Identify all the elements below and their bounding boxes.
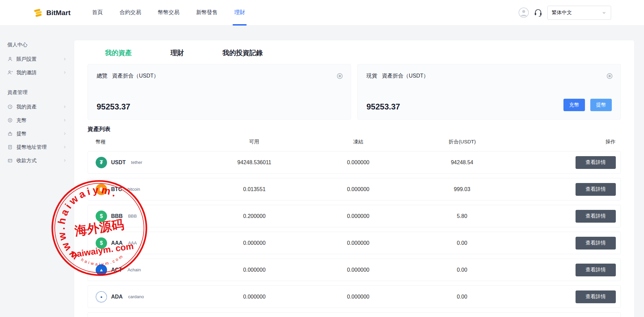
table-row-ada: ● ADA cardano 0.000000 0.000000 0.00 查看詳… <box>88 285 621 308</box>
nav-item-home[interactable]: 首頁 <box>91 0 103 26</box>
sidebar-section-asset-management: 資產管理 <box>7 89 74 96</box>
tab-wealth[interactable]: 理財 <box>170 48 184 57</box>
sidebar-item-my-assets[interactable]: 我的資產 <box>0 100 74 114</box>
overview-total-value: 95253.37 <box>97 102 130 111</box>
coin-stack-logo-icon <box>34 8 43 18</box>
brand-name: BitMart <box>46 9 70 17</box>
coin-symbol: USDT <box>111 160 126 166</box>
available-value: 0.013551 <box>202 186 306 192</box>
ada-coin-icon: ● <box>96 291 107 303</box>
aaa-coin-icon: $ <box>96 237 107 249</box>
spot-total-value: 95253.37 <box>366 102 400 111</box>
chevron-down-icon <box>601 10 607 15</box>
view-details-button[interactable]: 查看詳情 <box>576 156 616 169</box>
nav-item-spot-trade[interactable]: 幣幣交易 <box>157 0 180 26</box>
usdt-converted-value: 0.00 <box>410 267 514 273</box>
avatar-icon <box>518 7 529 18</box>
language-select[interactable]: 繁体中文 <box>547 6 611 20</box>
coin-name: Achain <box>128 267 141 272</box>
nav-item-new-coin[interactable]: 新幣發售 <box>195 0 218 26</box>
chevron-right-icon <box>62 104 67 109</box>
overview-card-title: 總覽資產折合（USDT） <box>97 73 342 80</box>
nav-item-contract-trade[interactable]: 合約交易 <box>119 0 142 26</box>
assets-list-title: 資產列表 <box>88 125 621 134</box>
tab-investment-records[interactable]: 我的投資記錄 <box>222 48 263 57</box>
table-row-aaa: $ AAA AAA 0.000000 0.000000 0.00 查看詳情 <box>88 232 621 254</box>
deposit-coin-icon <box>7 118 13 123</box>
user-icon <box>7 56 13 62</box>
coin-symbol: AAA <box>111 240 123 246</box>
address-list-icon <box>7 144 13 150</box>
coin-symbol: BBB <box>111 213 123 219</box>
column-frozen: 凍結 <box>306 139 410 145</box>
coin-symbol: BTC <box>111 186 122 192</box>
language-label: 繁体中文 <box>552 9 572 16</box>
coin-name: BBB <box>128 214 137 219</box>
view-details-button[interactable]: 查看詳情 <box>576 210 616 223</box>
chevron-right-icon <box>62 131 67 136</box>
column-usdt: 折合(USDT) <box>410 139 514 145</box>
overview-card: 總覽資產折合（USDT） 95253.37 <box>88 64 351 120</box>
usdt-converted-value: 999.03 <box>410 186 514 192</box>
support-headset-icon[interactable] <box>534 8 543 17</box>
table-row-bbb: $ BBB BBB 0.200000 0.000000 5.80 查看詳情 <box>88 205 621 227</box>
chevron-right-icon <box>62 118 67 123</box>
bbb-coin-icon: $ <box>96 211 107 222</box>
coin-symbol: ACT <box>111 267 122 273</box>
frozen-value: 0.000000 <box>306 294 410 300</box>
sidebar-section-personal-center: 個人中心 <box>7 41 74 48</box>
frozen-value: 0.000000 <box>306 267 410 273</box>
column-action: 操作 <box>514 139 621 145</box>
sidebar-item-withdraw[interactable]: 提幣 <box>0 127 74 140</box>
coin-name: bitcoin <box>128 187 140 192</box>
sidebar-item-deposit[interactable]: 充幣 <box>0 114 74 127</box>
view-details-button[interactable]: 查看詳情 <box>576 264 616 276</box>
spot-card-title: 現貨資產折合（USDT） <box>366 73 612 80</box>
sidebar-item-my-invitation[interactable]: 我的邀請 <box>0 66 74 79</box>
coin-name: AAA <box>128 240 137 245</box>
chevron-right-icon <box>62 158 67 163</box>
frozen-value: 0.000000 <box>306 213 410 219</box>
tab-my-assets[interactable]: 我的資產 <box>105 48 132 57</box>
nav-item-wealth[interactable]: 理財 <box>234 0 246 26</box>
usdt-converted-value: 5.80 <box>410 213 514 219</box>
brand-logo[interactable]: BitMart <box>34 8 70 18</box>
payment-card-icon <box>7 158 13 163</box>
withdraw-icon <box>7 131 13 136</box>
summary-cards: 總覽資產折合（USDT） 95253.37 現貨資產折合（USDT） 95253… <box>88 64 621 120</box>
tabs: 我的資產 理財 我的投資記錄 <box>88 47 621 58</box>
sidebar-item-payment-method[interactable]: 收款方式 <box>0 154 74 167</box>
withdraw-button[interactable]: 提幣 <box>590 99 612 111</box>
topbar-right: 繁体中文 <box>518 6 611 20</box>
coin-name: cardano <box>128 294 144 299</box>
user-avatar-icon[interactable] <box>518 7 529 18</box>
column-coin: 幣種 <box>88 139 202 145</box>
available-value: 0.000000 <box>202 267 306 273</box>
frozen-value: 0.000000 <box>306 186 410 192</box>
assets-clock-icon <box>7 104 13 109</box>
frozen-value: 0.000000 <box>306 160 410 166</box>
usdt-converted-value: 94248.54 <box>410 160 514 166</box>
available-value: 0.000000 <box>202 240 306 246</box>
view-details-button[interactable]: 查看詳情 <box>576 237 616 250</box>
column-available: 可用 <box>202 139 306 145</box>
available-value: 0.200000 <box>202 213 306 219</box>
table-row-act: ▲ ACT Achain 0.000000 0.000000 0.00 查看詳情 <box>88 259 621 281</box>
table-header: 幣種 可用 凍結 折合(USDT) 操作 <box>88 137 621 147</box>
view-details-button[interactable]: 查看詳情 <box>576 290 616 303</box>
table-row-usdt: ₮ USDT tether 94248.536011 0.000000 9424… <box>88 151 621 174</box>
coin-name: tether <box>131 160 142 165</box>
deposit-button[interactable]: 充幣 <box>563 99 585 111</box>
header: BitMart 首頁 合約交易 幣幣交易 新幣發售 理財 繁体中文 <box>0 0 644 26</box>
sidebar: 個人中心 賬戶設置 我的邀請 資產管理 我的資產 充幣 <box>0 26 74 167</box>
available-value: 0.000000 <box>202 294 306 300</box>
view-details-button[interactable]: 查看詳情 <box>576 183 616 196</box>
spot-card: 現貨資產折合（USDT） 95253.37 充幣 提幣 <box>357 64 621 120</box>
visibility-toggle-icon[interactable] <box>337 73 343 79</box>
sidebar-item-account-settings[interactable]: 賬戶設置 <box>0 52 74 66</box>
usdt-converted-value: 0.00 <box>410 240 514 246</box>
headset-icon <box>534 8 543 17</box>
table-row-btc: ฿ BTC bitcoin 0.013551 0.000000 999.03 查… <box>88 178 621 200</box>
visibility-toggle-icon[interactable] <box>607 73 612 79</box>
sidebar-item-withdraw-address[interactable]: 提幣地址管理 <box>0 140 74 154</box>
